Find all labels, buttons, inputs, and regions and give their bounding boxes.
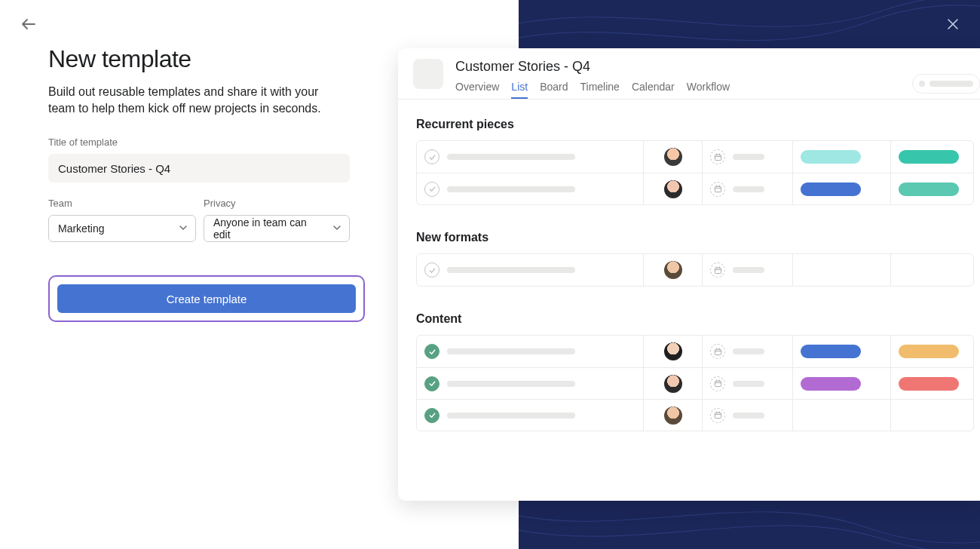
task-row[interactable]	[417, 254, 973, 286]
privacy-dropdown[interactable]: Anyone in team can edit	[204, 215, 350, 242]
tag-pill	[801, 345, 861, 358]
assignee-avatar[interactable]	[664, 342, 682, 360]
section-title: Recurrent pieces	[416, 118, 980, 131]
svg-rect-5	[715, 413, 721, 418]
status-dot-icon	[919, 81, 925, 87]
tag-pill	[899, 182, 959, 196]
team-dropdown[interactable]: Marketing	[48, 215, 196, 242]
preview-body: Recurrent piecesNew formatsContent	[413, 118, 980, 431]
page-subtitle: Build out reusable templates and share i…	[48, 84, 335, 117]
task-check-icon[interactable]	[424, 408, 439, 423]
assignee-avatar[interactable]	[664, 148, 682, 166]
task-section: New formats	[416, 231, 980, 287]
calendar-icon[interactable]	[710, 376, 725, 391]
tag-pill	[899, 345, 959, 358]
preview-tabs: OverviewListBoardTimelineCalendarWorkflo…	[455, 81, 730, 99]
status-placeholder	[929, 81, 973, 87]
task-section: Content	[416, 312, 980, 431]
svg-rect-4	[715, 381, 721, 386]
date-placeholder	[733, 154, 764, 160]
task-row[interactable]	[417, 173, 973, 204]
calendar-icon[interactable]	[710, 149, 725, 164]
tab-list[interactable]: List	[511, 81, 528, 99]
task-table	[416, 253, 974, 287]
section-title: Content	[416, 312, 980, 326]
decorative-banner-bottom	[519, 501, 980, 549]
tab-board[interactable]: Board	[540, 81, 568, 99]
tab-timeline[interactable]: Timeline	[580, 81, 620, 99]
svg-rect-3	[715, 349, 721, 354]
task-name-placeholder	[447, 381, 575, 387]
assignee-avatar[interactable]	[664, 180, 682, 198]
project-color-square	[413, 59, 443, 89]
page-title: New template	[48, 45, 357, 73]
team-dropdown-value: Marketing	[58, 222, 104, 235]
back-arrow-icon[interactable]	[21, 18, 36, 33]
status-pill[interactable]	[912, 74, 980, 94]
decorative-banner-top	[519, 0, 980, 48]
assignee-avatar[interactable]	[664, 261, 682, 279]
template-form: New template Build out reusable template…	[48, 45, 357, 322]
task-check-icon[interactable]	[424, 149, 439, 164]
task-row[interactable]	[417, 141, 973, 173]
section-title: New formats	[416, 231, 980, 244]
template-title-input[interactable]	[48, 154, 350, 182]
create-template-button[interactable]: Create template	[57, 284, 356, 313]
divider	[398, 99, 980, 100]
task-section: Recurrent pieces	[416, 118, 980, 205]
tag-pill	[801, 377, 861, 391]
svg-rect-0	[715, 155, 721, 160]
tag-pill	[801, 150, 861, 164]
task-row[interactable]	[417, 399, 973, 431]
tag-pill	[899, 377, 959, 391]
tag-pill	[801, 182, 861, 196]
template-preview-card: Customer Stories - Q4 OverviewListBoardT…	[398, 48, 980, 501]
date-placeholder	[733, 413, 764, 419]
svg-rect-1	[715, 186, 721, 192]
date-placeholder	[733, 381, 764, 387]
task-name-placeholder	[447, 267, 575, 273]
tab-overview[interactable]: Overview	[455, 81, 499, 99]
task-check-icon[interactable]	[424, 344, 439, 359]
tag-pill	[899, 150, 959, 164]
task-table	[416, 335, 974, 431]
calendar-icon[interactable]	[710, 408, 725, 423]
close-icon[interactable]	[947, 18, 959, 33]
privacy-field-label: Privacy	[204, 198, 350, 209]
task-table	[416, 140, 974, 205]
date-placeholder	[733, 186, 764, 192]
assignee-avatar[interactable]	[664, 406, 682, 425]
calendar-icon[interactable]	[710, 262, 725, 278]
privacy-dropdown-value: Anyone in team can edit	[213, 216, 325, 241]
chevron-down-icon	[179, 222, 188, 235]
svg-rect-2	[715, 268, 721, 273]
project-name: Customer Stories - Q4	[455, 59, 730, 75]
tab-calendar[interactable]: Calendar	[632, 81, 675, 99]
assignee-avatar[interactable]	[664, 375, 682, 393]
calendar-icon[interactable]	[710, 344, 725, 359]
task-name-placeholder	[447, 413, 575, 419]
create-template-focus-ring: Create template	[48, 275, 365, 322]
task-name-placeholder	[447, 186, 575, 192]
title-field-label: Title of template	[48, 136, 357, 148]
chevron-down-icon	[332, 222, 341, 235]
task-name-placeholder	[447, 348, 575, 354]
task-row[interactable]	[417, 336, 973, 367]
task-check-icon[interactable]	[424, 182, 439, 197]
task-row[interactable]	[417, 367, 973, 399]
tab-workflow[interactable]: Workflow	[687, 81, 730, 99]
task-name-placeholder	[447, 154, 575, 160]
date-placeholder	[733, 267, 764, 273]
date-placeholder	[733, 348, 764, 354]
task-check-icon[interactable]	[424, 262, 439, 278]
task-check-icon[interactable]	[424, 376, 439, 391]
calendar-icon[interactable]	[710, 182, 725, 197]
team-field-label: Team	[48, 198, 196, 209]
